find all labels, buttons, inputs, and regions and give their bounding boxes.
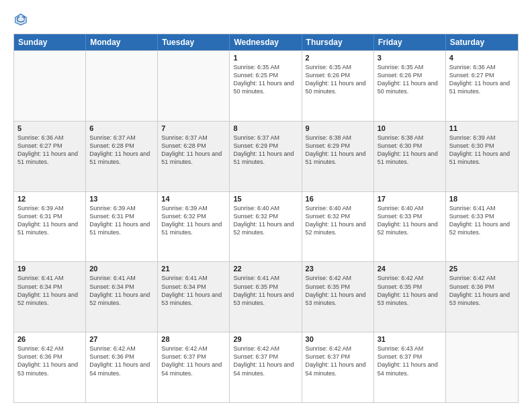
cell-info: Sunrise: 6:39 AM Sunset: 6:30 PM Dayligh… bbox=[449, 134, 515, 167]
day-cell-9: 9Sunrise: 6:38 AM Sunset: 6:29 PM Daylig… bbox=[302, 122, 374, 191]
day-number: 28 bbox=[161, 335, 226, 343]
week-row-5: 26Sunrise: 6:42 AM Sunset: 6:36 PM Dayli… bbox=[14, 332, 518, 402]
cell-info: Sunrise: 6:37 AM Sunset: 6:28 PM Dayligh… bbox=[161, 134, 226, 167]
day-number: 16 bbox=[306, 195, 370, 203]
day-header-monday: Monday bbox=[86, 34, 158, 50]
cell-info: Sunrise: 6:43 AM Sunset: 6:37 PM Dayligh… bbox=[378, 345, 442, 377]
day-number: 20 bbox=[89, 265, 154, 273]
day-header-wednesday: Wednesday bbox=[230, 34, 302, 50]
empty-cell bbox=[446, 332, 518, 402]
day-number: 2 bbox=[306, 54, 370, 62]
day-number: 14 bbox=[161, 195, 226, 203]
day-cell-30: 30Sunrise: 6:42 AM Sunset: 6:37 PM Dayli… bbox=[302, 332, 374, 402]
cell-info: Sunrise: 6:41 AM Sunset: 6:33 PM Dayligh… bbox=[449, 204, 515, 237]
day-number: 22 bbox=[233, 265, 298, 273]
day-number: 31 bbox=[378, 335, 442, 343]
day-number: 11 bbox=[449, 124, 515, 132]
svg-marker-0 bbox=[14, 13, 27, 26]
day-cell-26: 26Sunrise: 6:42 AM Sunset: 6:36 PM Dayli… bbox=[14, 332, 86, 402]
day-cell-13: 13Sunrise: 6:39 AM Sunset: 6:31 PM Dayli… bbox=[86, 192, 158, 262]
day-number: 29 bbox=[233, 335, 298, 343]
cell-info: Sunrise: 6:42 AM Sunset: 6:36 PM Dayligh… bbox=[89, 345, 154, 377]
cell-info: Sunrise: 6:41 AM Sunset: 6:35 PM Dayligh… bbox=[233, 274, 298, 307]
cell-info: Sunrise: 6:37 AM Sunset: 6:28 PM Dayligh… bbox=[89, 134, 154, 167]
cell-info: Sunrise: 6:42 AM Sunset: 6:37 PM Dayligh… bbox=[306, 345, 370, 377]
cell-info: Sunrise: 6:41 AM Sunset: 6:34 PM Dayligh… bbox=[17, 274, 82, 307]
day-cell-7: 7Sunrise: 6:37 AM Sunset: 6:28 PM Daylig… bbox=[158, 122, 230, 191]
cell-info: Sunrise: 6:35 AM Sunset: 6:26 PM Dayligh… bbox=[378, 63, 442, 96]
empty-cell bbox=[86, 51, 158, 121]
cell-info: Sunrise: 6:38 AM Sunset: 6:30 PM Dayligh… bbox=[378, 134, 442, 167]
cell-info: Sunrise: 6:40 AM Sunset: 6:33 PM Dayligh… bbox=[378, 204, 442, 237]
page: SundayMondayTuesdayWednesdayThursdayFrid… bbox=[0, 0, 532, 411]
day-number: 27 bbox=[89, 335, 154, 343]
day-cell-5: 5Sunrise: 6:36 AM Sunset: 6:27 PM Daylig… bbox=[14, 122, 86, 191]
day-number: 23 bbox=[306, 265, 370, 273]
day-number: 13 bbox=[89, 195, 154, 203]
day-header-friday: Friday bbox=[374, 34, 446, 50]
day-number: 9 bbox=[306, 124, 370, 132]
day-cell-28: 28Sunrise: 6:42 AM Sunset: 6:37 PM Dayli… bbox=[158, 332, 230, 402]
day-header-saturday: Saturday bbox=[446, 34, 518, 50]
day-number: 1 bbox=[233, 54, 298, 62]
day-number: 19 bbox=[17, 265, 82, 273]
day-cell-16: 16Sunrise: 6:40 AM Sunset: 6:32 PM Dayli… bbox=[302, 192, 374, 262]
day-cell-29: 29Sunrise: 6:42 AM Sunset: 6:37 PM Dayli… bbox=[230, 332, 302, 402]
day-number: 25 bbox=[449, 265, 515, 273]
day-number: 6 bbox=[89, 124, 154, 132]
day-number: 10 bbox=[378, 124, 442, 132]
cell-info: Sunrise: 6:35 AM Sunset: 6:25 PM Dayligh… bbox=[233, 63, 298, 96]
day-header-tuesday: Tuesday bbox=[158, 34, 230, 50]
day-number: 17 bbox=[378, 195, 442, 203]
day-number: 8 bbox=[233, 124, 298, 132]
day-cell-22: 22Sunrise: 6:41 AM Sunset: 6:35 PM Dayli… bbox=[230, 262, 302, 332]
cell-info: Sunrise: 6:40 AM Sunset: 6:32 PM Dayligh… bbox=[233, 204, 298, 237]
day-number: 7 bbox=[161, 124, 226, 132]
cell-info: Sunrise: 6:42 AM Sunset: 6:37 PM Dayligh… bbox=[233, 345, 298, 377]
day-number: 3 bbox=[378, 54, 442, 62]
day-cell-12: 12Sunrise: 6:39 AM Sunset: 6:31 PM Dayli… bbox=[14, 192, 86, 262]
day-number: 30 bbox=[306, 335, 370, 343]
cell-info: Sunrise: 6:37 AM Sunset: 6:29 PM Dayligh… bbox=[233, 134, 298, 167]
cell-info: Sunrise: 6:41 AM Sunset: 6:34 PM Dayligh… bbox=[161, 274, 226, 307]
cell-info: Sunrise: 6:41 AM Sunset: 6:34 PM Dayligh… bbox=[89, 274, 154, 307]
day-cell-1: 1Sunrise: 6:35 AM Sunset: 6:25 PM Daylig… bbox=[230, 51, 302, 121]
logo bbox=[13, 12, 31, 27]
cell-info: Sunrise: 6:36 AM Sunset: 6:27 PM Dayligh… bbox=[17, 134, 82, 167]
day-number: 4 bbox=[449, 54, 515, 62]
cell-info: Sunrise: 6:39 AM Sunset: 6:31 PM Dayligh… bbox=[17, 204, 82, 237]
day-number: 24 bbox=[378, 265, 442, 273]
cell-info: Sunrise: 6:39 AM Sunset: 6:31 PM Dayligh… bbox=[89, 204, 154, 237]
cell-info: Sunrise: 6:42 AM Sunset: 6:35 PM Dayligh… bbox=[378, 274, 442, 307]
empty-cell bbox=[158, 51, 230, 121]
cell-info: Sunrise: 6:35 AM Sunset: 6:26 PM Dayligh… bbox=[306, 63, 370, 96]
cell-info: Sunrise: 6:42 AM Sunset: 6:37 PM Dayligh… bbox=[161, 345, 226, 377]
day-number: 12 bbox=[17, 195, 82, 203]
day-cell-3: 3Sunrise: 6:35 AM Sunset: 6:26 PM Daylig… bbox=[374, 51, 446, 121]
day-cell-8: 8Sunrise: 6:37 AM Sunset: 6:29 PM Daylig… bbox=[230, 122, 302, 191]
calendar-body: 1Sunrise: 6:35 AM Sunset: 6:25 PM Daylig… bbox=[14, 50, 518, 402]
calendar-header: SundayMondayTuesdayWednesdayThursdayFrid… bbox=[14, 34, 518, 50]
day-number: 21 bbox=[161, 265, 226, 273]
cell-info: Sunrise: 6:39 AM Sunset: 6:32 PM Dayligh… bbox=[161, 204, 226, 237]
week-row-3: 12Sunrise: 6:39 AM Sunset: 6:31 PM Dayli… bbox=[14, 191, 518, 262]
calendar: SundayMondayTuesdayWednesdayThursdayFrid… bbox=[13, 34, 519, 403]
day-number: 18 bbox=[449, 195, 515, 203]
day-header-thursday: Thursday bbox=[302, 34, 374, 50]
cell-info: Sunrise: 6:36 AM Sunset: 6:27 PM Dayligh… bbox=[449, 63, 515, 96]
day-header-sunday: Sunday bbox=[14, 34, 86, 50]
day-cell-18: 18Sunrise: 6:41 AM Sunset: 6:33 PM Dayli… bbox=[446, 192, 518, 262]
day-number: 26 bbox=[17, 335, 82, 343]
empty-cell bbox=[14, 51, 86, 121]
cell-info: Sunrise: 6:40 AM Sunset: 6:32 PM Dayligh… bbox=[306, 204, 370, 237]
day-cell-31: 31Sunrise: 6:43 AM Sunset: 6:37 PM Dayli… bbox=[374, 332, 446, 402]
day-cell-4: 4Sunrise: 6:36 AM Sunset: 6:27 PM Daylig… bbox=[446, 51, 518, 121]
day-cell-17: 17Sunrise: 6:40 AM Sunset: 6:33 PM Dayli… bbox=[374, 192, 446, 262]
cell-info: Sunrise: 6:42 AM Sunset: 6:35 PM Dayligh… bbox=[306, 274, 370, 307]
day-cell-15: 15Sunrise: 6:40 AM Sunset: 6:32 PM Dayli… bbox=[230, 192, 302, 262]
day-cell-6: 6Sunrise: 6:37 AM Sunset: 6:28 PM Daylig… bbox=[86, 122, 158, 191]
day-cell-2: 2Sunrise: 6:35 AM Sunset: 6:26 PM Daylig… bbox=[302, 51, 374, 121]
day-cell-11: 11Sunrise: 6:39 AM Sunset: 6:30 PM Dayli… bbox=[446, 122, 518, 191]
day-cell-19: 19Sunrise: 6:41 AM Sunset: 6:34 PM Dayli… bbox=[14, 262, 86, 332]
day-cell-25: 25Sunrise: 6:42 AM Sunset: 6:36 PM Dayli… bbox=[446, 262, 518, 332]
